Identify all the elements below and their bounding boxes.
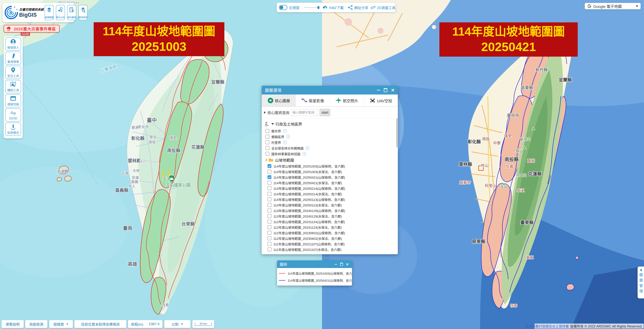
layer-checkbox[interactable] xyxy=(266,146,269,150)
share-icon xyxy=(348,5,353,10)
map-label: 丹大山 xyxy=(516,173,526,177)
nav-button-4[interactable]: 圖資搜尋 xyxy=(78,5,88,20)
map-label: 草屯 xyxy=(150,135,156,139)
toolbar-button-1[interactable]: KMZ下載 xyxy=(321,5,346,10)
layer-label: 鄉鎮區界 xyxy=(271,134,284,139)
layer-label: 全台保安林分布概略圖 xyxy=(271,146,304,150)
map-label: 臺東 xyxy=(526,255,534,260)
layer-panel-titlebar[interactable]: 圖層選項 xyxy=(262,86,398,94)
expander-icon[interactable] xyxy=(264,111,266,114)
map-label: 南投 xyxy=(149,140,156,144)
panel-scrollbar[interactable] xyxy=(396,118,398,147)
layer-row: 114年度山坡地範圍_20250113(山保條例、含六都) xyxy=(262,197,398,202)
layer-checkbox[interactable] xyxy=(268,203,271,207)
basemap-select-value: Google 電子地圖 xyxy=(593,3,634,9)
minimize-icon[interactable] xyxy=(335,264,337,264)
layer-checkbox[interactable] xyxy=(268,198,271,201)
info-icon[interactable]: i xyxy=(306,146,310,150)
tab-1[interactable]: 核心圖層 xyxy=(262,94,296,106)
basemap-select[interactable]: Google 電子地圖 xyxy=(585,3,641,9)
layer-checkbox[interactable] xyxy=(266,140,269,144)
tab-4[interactable]: UAV空拍 xyxy=(364,94,398,106)
map-label: 斗六 xyxy=(139,159,146,163)
layer-checkbox[interactable] xyxy=(268,236,271,240)
nav-button-3[interactable]: 資訊彙整 xyxy=(67,5,76,20)
nav-help-button[interactable]: 導覽說明 xyxy=(2,320,24,328)
layer-checkbox[interactable] xyxy=(268,192,271,196)
tab-3[interactable]: 航空照片 xyxy=(330,94,364,106)
group-slope-range[interactable]: 山坡地範圍 xyxy=(262,157,398,163)
info-icon[interactable]: i xyxy=(283,140,287,144)
layer-checkbox[interactable] xyxy=(268,220,271,224)
map-label: 大林 xyxy=(132,169,140,173)
layer-label: 114年度山坡地範圍_20251003(山保條例、含六都) xyxy=(274,164,345,168)
toolbar-button-3[interactable]: 2D測量工具 xyxy=(370,5,396,10)
sidebar-item-6[interactable]: 3D 2D/3D xyxy=(5,108,21,122)
sidebar-item-3[interactable]: 定位工具 xyxy=(5,66,21,79)
street-icon xyxy=(10,124,16,130)
elevation-value: 2387.4 xyxy=(146,320,162,328)
info-icon[interactable]: i xyxy=(283,129,287,133)
layer-label: 國有林事業區林班圖 xyxy=(271,151,300,156)
left-window-toggle[interactable] xyxy=(279,5,288,10)
layer-checkbox[interactable] xyxy=(268,209,271,212)
layer-checkbox[interactable] xyxy=(268,186,271,190)
info-icon[interactable]: i xyxy=(286,135,290,139)
map-label: G228 xyxy=(22,32,29,35)
split-position-slider[interactable] xyxy=(304,7,318,8)
layer-checkbox[interactable] xyxy=(268,225,271,229)
toolbar-button-2[interactable]: 網址分享 xyxy=(346,5,370,10)
layer-row: 全台保安林分布概略圖 i xyxy=(262,145,398,151)
layer-search-input[interactable] xyxy=(291,109,318,116)
biggis-logo-icon xyxy=(4,4,19,21)
split-view-toolbar: 左視窗 KMZ下載 網址分享 2D測量工具 xyxy=(277,3,396,12)
search-start-button[interactable]: start xyxy=(320,109,330,116)
sidebar-item-4[interactable]: 輔助工具 xyxy=(5,80,21,93)
minimize-icon[interactable] xyxy=(377,90,380,90)
layer-label: 114年度山坡地範圍_20250214(水保法、含六都) xyxy=(274,192,342,196)
nav-button-1[interactable]: 基礎圖層 xyxy=(45,5,54,20)
layer-checkbox[interactable] xyxy=(268,231,271,235)
layer-checkbox[interactable] xyxy=(268,214,271,218)
disaster-event-banner-button[interactable]: 2025重大災害事件專區 xyxy=(4,25,60,32)
layer-checkbox[interactable] xyxy=(266,152,269,156)
map-label: 苗栗縣 xyxy=(521,86,533,90)
map-label: 雲林縣 xyxy=(128,158,141,163)
layer-checkbox[interactable] xyxy=(266,135,269,139)
nav-button-2[interactable]: 模式分析 xyxy=(56,5,65,20)
maximize-icon[interactable] xyxy=(340,263,343,266)
sidebar-item-5[interactable]: 視窗切換 xyxy=(5,94,21,107)
legend-titlebar[interactable]: 圖例 xyxy=(277,260,352,268)
flag-map-icon xyxy=(264,121,270,127)
layer-manage-tab[interactable]: 圖層管理 xyxy=(638,267,644,299)
unit-select[interactable]: 公制 xyxy=(164,320,190,328)
close-icon[interactable] xyxy=(346,263,349,266)
sidebar-item-7[interactable]: 街景模式 xyxy=(5,123,21,136)
layer-checkbox[interactable] xyxy=(266,129,269,133)
maximize-icon[interactable] xyxy=(384,88,387,92)
layer-checkbox[interactable] xyxy=(268,181,271,185)
layer-row: 114年度山坡地範圍_20250421(山保條例、含六都) xyxy=(262,174,398,180)
close-icon[interactable] xyxy=(391,88,394,92)
sidebar-item-2[interactable]: 臺灣視角 xyxy=(5,52,21,65)
info-icon[interactable]: i xyxy=(302,152,306,156)
analysis-icon xyxy=(58,7,63,12)
layer-row: 114年度山坡地範圍_20250421(水保法、含六都) xyxy=(262,180,398,186)
slider-handle[interactable] xyxy=(317,6,320,9)
layer-checkbox[interactable] xyxy=(268,242,271,246)
map-label: 鹿港 xyxy=(132,125,138,129)
map-label: 玉山 xyxy=(500,184,507,188)
sidebar-item-1[interactable]: 帳號登入 xyxy=(5,37,21,51)
agency-link[interactable]: 農業部農村發展及水土保持署 xyxy=(525,324,569,329)
layer-row: 縣市界 i xyxy=(262,128,398,134)
map-label: 南投 xyxy=(482,137,490,141)
map-label: 屏東縣 xyxy=(472,239,485,244)
coordinate-mode-select[interactable]: 經緯度 xyxy=(49,320,73,328)
tab-2[interactable]: 衛星影像 xyxy=(296,94,330,106)
layer-checkbox[interactable] xyxy=(268,164,271,168)
layer-checkbox[interactable] xyxy=(268,175,271,179)
layer-checkbox[interactable] xyxy=(268,248,271,251)
group-admin-boundaries[interactable]: 行政及土地區界 xyxy=(262,120,398,128)
layer-checkbox[interactable] xyxy=(268,170,271,174)
performance-check-button[interactable]: 效能檢測 xyxy=(25,320,48,328)
